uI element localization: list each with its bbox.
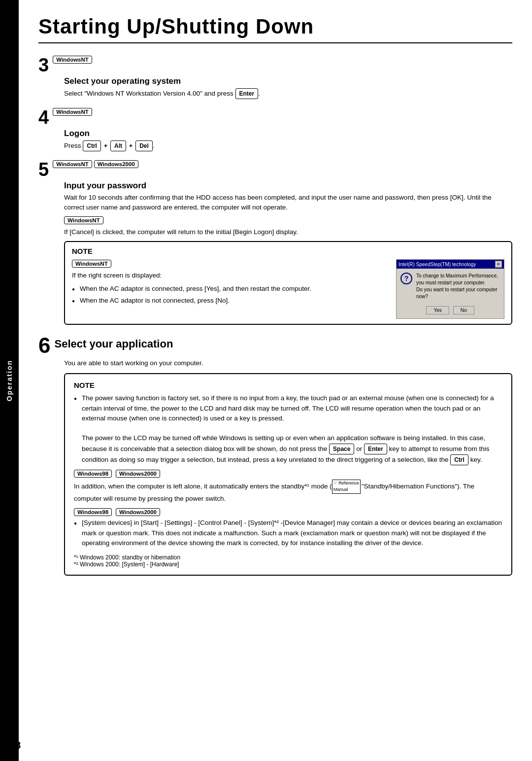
sidebar-label: Operation: [5, 360, 13, 401]
step-5-badge2: Windows2000: [94, 160, 138, 168]
footnotes: *¹ Windows 2000: standby or hibernation …: [74, 554, 502, 568]
del-key-badge: Del: [135, 140, 153, 151]
step-3-content: Select your operating system Select "Win…: [64, 76, 512, 99]
dialog-no-button[interactable]: No: [453, 306, 474, 314]
step-4-text: Press Ctrl + Alt + Del.: [64, 140, 512, 151]
dialog-question-icon: ?: [400, 273, 412, 284]
step-6-number: 6: [38, 335, 50, 356]
step-4-badge: WindowsNT: [53, 108, 92, 116]
page-number: 18: [10, 740, 21, 751]
footnote-2: *² Windows 2000: [System] - [Hardware]: [74, 561, 502, 568]
step-5-note-box: NOTE WindowsNT If the right screen is di…: [64, 241, 512, 325]
step-5-text2: If [Cancel] is clicked, the computer wil…: [64, 227, 512, 237]
step-6-note-list: The power saving function is factory set…: [74, 393, 502, 465]
step-4-title: Logon: [64, 129, 512, 138]
dialog-titlebar: Intel(R) SpeedStep(TM) technology ✕: [397, 260, 504, 269]
win-2000-badge-2: Windows2000: [116, 508, 160, 516]
win-98-badge-1: Windows98: [74, 470, 112, 478]
step-3-number: 3: [38, 56, 49, 74]
step-5-note-text1: If the right screen is displayed:: [72, 271, 388, 280]
step-5-number: 5: [38, 160, 49, 179]
note-bullet-2: When the AC adaptor is not connected, pr…: [72, 296, 388, 306]
step-6-standby-text: In addition, when the computer is left a…: [74, 480, 502, 504]
step-6-note-p1: The power saving function is factory set…: [74, 393, 502, 465]
ctrl-key-badge-2: Ctrl: [450, 454, 468, 465]
win-98-badge-2: Windows98: [74, 508, 112, 516]
step-6-content: You are able to start working on your co…: [64, 358, 512, 576]
step-4-header: 4 WindowsNT: [38, 108, 512, 127]
step-6-header: 6 Select your application: [38, 335, 512, 356]
space-key-badge: Space: [329, 444, 354, 454]
step-6-block: 6 Select your application You are able t…: [38, 335, 512, 576]
step-5-nt-badge: WindowsNT: [64, 216, 103, 224]
page-container: Operation Starting Up/Shutting Down 3 Wi…: [0, 0, 532, 761]
enter-key-badge: Enter: [235, 88, 259, 99]
step-5-nt-note: WindowsNT: [64, 216, 512, 224]
step-5-title: Input your password: [64, 181, 512, 191]
step-5-note-inner: WindowsNT If the right screen is display…: [72, 259, 504, 319]
step-6-note-title: NOTE: [74, 381, 502, 389]
step-5-note-badge-row: WindowsNT: [72, 259, 388, 268]
enter-key-badge-2: Enter: [364, 444, 387, 454]
step-6-title: Select your application: [54, 339, 173, 349]
main-content: Starting Up/Shutting Down 3 WindowsNT Se…: [19, 0, 532, 761]
step-5-content: Input your password Wait for 10 seconds …: [64, 181, 512, 325]
step-5-note-badge: WindowsNT: [72, 260, 111, 268]
dialog-title: Intel(R) SpeedStep(TM) technology: [399, 262, 476, 267]
step-3-text: Select "Windows NT Workstation Version 4…: [64, 88, 512, 99]
step-3-header: 3 WindowsNT: [38, 56, 512, 74]
step-6-win-badges-1: Windows98 Windows2000: [74, 469, 502, 478]
dialog-buttons: Yes No: [397, 304, 504, 318]
step-5-badge1: WindowsNT: [53, 160, 92, 168]
step-6-bullet-list: [System devices] in [Start] - [Settings]…: [74, 518, 502, 548]
dialog-yes-button[interactable]: Yes: [426, 306, 449, 314]
ctrl-key-badge: Ctrl: [83, 140, 101, 151]
dialog-close-button[interactable]: ✕: [495, 261, 502, 268]
step-5-text1: Wait for 10 seconds after confirming tha…: [64, 193, 512, 213]
step-4-content: Logon Press Ctrl + Alt + Del.: [64, 129, 512, 151]
step-6-win-badges-2: Windows98 Windows2000: [74, 508, 502, 516]
step-3-title: Select your operating system: [64, 76, 512, 86]
alt-key-badge: Alt: [110, 140, 126, 151]
sidebar: Operation: [0, 0, 19, 761]
step-6-text: You are able to start working on your co…: [64, 358, 512, 368]
step-5-header: 5 WindowsNT Windows2000: [38, 160, 512, 179]
step-5-note-list: When the AC adaptor is connected, press …: [72, 284, 388, 306]
step-5-dialog: Intel(R) SpeedStep(TM) technology ✕ ? To…: [396, 259, 504, 319]
step-3-badge: WindowsNT: [53, 56, 92, 64]
dialog-box: Intel(R) SpeedStep(TM) technology ✕ ? To…: [396, 259, 504, 319]
dialog-message: To change to Maximum Performance, you mu…: [416, 273, 500, 300]
step-6-bullet-1: [System devices] in [Start] - [Settings]…: [74, 518, 502, 548]
step-3-block: 3 WindowsNT Select your operating system…: [38, 56, 512, 99]
reference-icon: ☞ ReferenceManual: [332, 480, 361, 494]
step-4-number: 4: [38, 108, 49, 127]
step-6-note-box: NOTE The power saving function is factor…: [64, 373, 512, 576]
step-5-note-left: WindowsNT If the right screen is display…: [72, 259, 388, 319]
page-title: Starting Up/Shutting Down: [38, 15, 512, 43]
step-4-block: 4 WindowsNT Logon Press Ctrl + Alt + Del…: [38, 108, 512, 151]
win-2000-badge-1: Windows2000: [116, 470, 160, 478]
step-5-note-title: NOTE: [72, 247, 504, 255]
step-5-block: 5 WindowsNT Windows2000 Input your passw…: [38, 160, 512, 325]
dialog-body: ? To change to Maximum Performance, you …: [397, 269, 504, 304]
footnote-1: *¹ Windows 2000: standby or hibernation: [74, 554, 502, 561]
note-bullet-1: When the AC adaptor is connected, press …: [72, 284, 388, 294]
